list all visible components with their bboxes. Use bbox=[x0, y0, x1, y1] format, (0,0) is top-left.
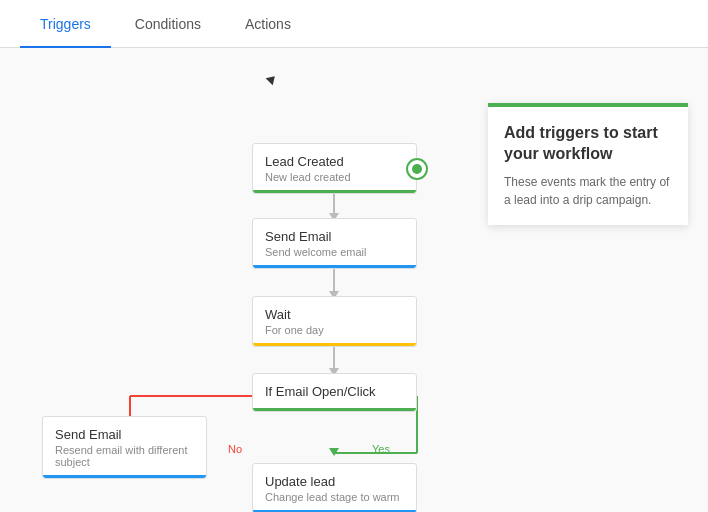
node-lead-created[interactable]: Lead Created New lead created bbox=[252, 143, 417, 194]
node-send-email[interactable]: Send Email Send welcome email bbox=[252, 218, 417, 269]
tooltip-title: Add triggers to start your workflow bbox=[504, 123, 672, 165]
node-if-email[interactable]: If Email Open/Click bbox=[252, 373, 417, 412]
node-update-lead-subtitle: Change lead stage to warm bbox=[265, 491, 404, 503]
tab-conditions[interactable]: Conditions bbox=[115, 2, 221, 48]
node-wait-title: Wait bbox=[265, 307, 404, 322]
node-resend-email-subtitle: Resend email with different subject bbox=[55, 444, 194, 468]
node-resend-email-title: Send Email bbox=[55, 427, 194, 442]
node-wait-subtitle: For one day bbox=[265, 324, 404, 336]
tab-actions[interactable]: Actions bbox=[225, 2, 311, 48]
tooltip-description: These events mark the entry of a lead in… bbox=[504, 173, 672, 209]
label-yes: Yes bbox=[372, 443, 390, 455]
node-send-email-bar bbox=[253, 265, 416, 268]
cursor-indicator bbox=[268, 74, 284, 90]
svg-marker-11 bbox=[329, 448, 339, 456]
node-wait-bar bbox=[253, 343, 416, 346]
node-update-lead-title: Update lead bbox=[265, 474, 404, 489]
main-area: Lead Created New lead created Send Email… bbox=[0, 48, 708, 512]
tab-triggers[interactable]: Triggers bbox=[20, 2, 111, 48]
node-lead-created-title: Lead Created bbox=[265, 154, 404, 169]
node-lead-created-bar bbox=[253, 190, 416, 193]
label-no: No bbox=[228, 443, 242, 455]
tooltip-panel: Add triggers to start your workflow Thes… bbox=[488, 103, 688, 225]
node-send-email-subtitle: Send welcome email bbox=[265, 246, 404, 258]
node-send-email-title: Send Email bbox=[265, 229, 404, 244]
node-resend-email[interactable]: Send Email Resend email with different s… bbox=[42, 416, 207, 479]
node-if-email-bar bbox=[253, 408, 416, 411]
node-resend-email-bar bbox=[43, 475, 206, 478]
node-lead-created-icon bbox=[406, 158, 428, 180]
tab-bar: Triggers Conditions Actions bbox=[0, 0, 708, 48]
node-lead-created-subtitle: New lead created bbox=[265, 171, 404, 183]
node-update-lead[interactable]: Update lead Change lead stage to warm bbox=[252, 463, 417, 512]
node-if-email-title: If Email Open/Click bbox=[265, 384, 404, 399]
node-wait[interactable]: Wait For one day bbox=[252, 296, 417, 347]
